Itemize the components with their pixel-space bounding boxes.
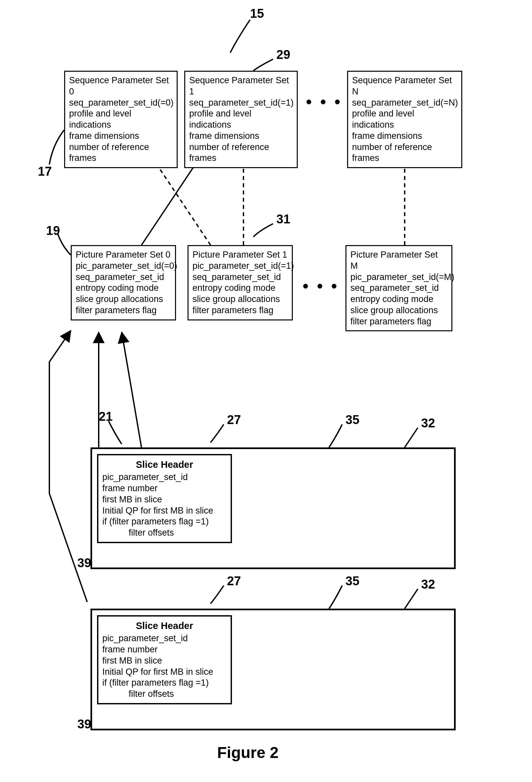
label-32b: 32 [421,577,435,592]
label-17: 17 [38,165,52,179]
sps1-l2: seq_parameter_set_id(=1) [189,97,293,109]
pps1-title: Picture Parameter Set 1 [192,249,288,260]
slice-header-box-2: Slice Header pic_parameter_set_id frame … [97,615,232,704]
figure-title: Figure 2 [217,744,279,761]
label-31: 31 [276,212,290,226]
sps0-l4: frame dimensions [69,131,173,142]
slice1-l2: frame number [102,483,227,494]
sps0-box: Sequence Parameter Set 0 seq_parameter_s… [64,71,178,168]
pps0-box: Picture Parameter Set 0 pic_parameter_se… [71,245,176,320]
pps0-l5: slice group allocations [76,294,171,305]
pps0-l6: filter parameters flag [76,305,171,316]
label-39a: 39 [77,556,91,570]
pps1-l6: filter parameters flag [192,305,288,316]
sps1-title: Sequence Parameter Set 1 [189,75,293,97]
label-32a: 32 [421,416,435,430]
pps1-l5: slice group allocations [192,294,288,305]
pps0-l2: pic_parameter_set_id(=0) [76,260,171,272]
pps1-l4: entropy coding mode [192,283,288,294]
pps1-l2: pic_parameter_set_id(=1) [192,260,288,272]
spsN-title: Sequence Parameter Set N [352,75,457,97]
ppsM-l2: pic_parameter_set_id(=M) [350,272,448,283]
sps0-l3: profile and level indications [69,108,173,131]
spsN-l4: frame dimensions [352,131,457,142]
label-15: 15 [250,7,264,21]
pps0-l4: entropy coding mode [76,283,171,294]
label-39b: 39 [77,717,91,731]
label-35b: 35 [346,574,359,588]
ellipsis-pps: • • • [303,276,339,295]
pps1-box: Picture Parameter Set 1 pic_parameter_se… [187,245,293,320]
label-21: 21 [99,410,112,424]
sps1-l5: number of reference frames [189,142,293,164]
sps1-l3: profile and level indications [189,108,293,131]
label-29: 29 [276,48,290,62]
ppsM-box: Picture Parameter Set M pic_parameter_se… [346,245,452,331]
spsN-l2: seq_parameter_set_id(=N) [352,97,457,109]
slice1-l1: pic_parameter_set_id [102,472,227,483]
label-27b: 27 [227,574,241,588]
slice1-l4: Initial QP for first MB in slice [102,505,227,517]
slice2-l6: filter offsets [102,688,227,700]
pps1-l3: seq_parameter_set_id [192,272,288,283]
sps0-l2: seq_parameter_set_id(=0) [69,97,173,109]
slice2-l3: first MB in slice [102,655,227,667]
slice2-l5: if (filter parameters flag =1) [102,677,227,688]
slice-header-box-1: Slice Header pic_parameter_set_id frame … [97,454,232,543]
slice2-l4: Initial QP for first MB in slice [102,667,227,678]
label-35a: 35 [346,413,359,427]
label-19: 19 [46,224,60,238]
pps0-title: Picture Parameter Set 0 [76,249,171,260]
slice-container-1: Slice Header pic_parameter_set_id frame … [91,448,456,569]
sps0-l5: number of reference frames [69,142,173,164]
slice1-l3: first MB in slice [102,494,227,505]
label-27a: 27 [227,413,241,427]
ppsM-title: Picture Parameter Set M [350,249,448,272]
ppsM-l5: slice group allocations [350,305,448,316]
pps0-l3: seq_parameter_set_id [76,272,171,283]
ellipsis-sps: • • • [306,92,342,111]
slice2-l2: frame number [102,644,227,655]
ppsM-l6: filter parameters flag [350,316,448,327]
ppsM-l4: entropy coding mode [350,294,448,305]
slice2-title: Slice Header [102,620,227,632]
spsN-l5: number of reference frames [352,142,457,164]
svg-line-5 [122,332,141,448]
slice1-title: Slice Header [102,459,227,470]
ppsM-l3: seq_parameter_set_id [350,283,448,294]
slice2-l1: pic_parameter_set_id [102,633,227,644]
sps1-l4: frame dimensions [189,131,293,142]
sps1-box: Sequence Parameter Set 1 seq_parameter_s… [184,71,298,168]
spsN-l3: profile and level indications [352,108,457,131]
slice1-l6: filter offsets [102,527,227,538]
spsN-box: Sequence Parameter Set N seq_parameter_s… [347,71,462,168]
sps0-title: Sequence Parameter Set 0 [69,75,173,97]
slice-container-2: Slice Header pic_parameter_set_id frame … [91,609,456,731]
slice1-l5: if (filter parameters flag =1) [102,516,227,527]
